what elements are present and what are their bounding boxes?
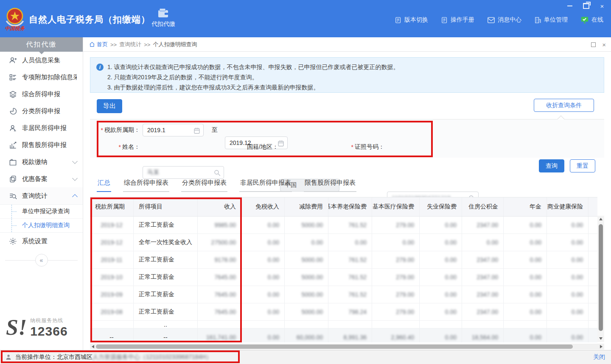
sidebar-item-nonresident-income[interactable]: 非居民所得申报	[0, 119, 83, 136]
sidebar-subitem-personal-withholding-query[interactable]: 个人扣缴明细查询	[0, 219, 83, 232]
breadcrumb-separator: >>	[110, 42, 117, 48]
table-cell: 0.00	[420, 217, 462, 233]
minimize-icon[interactable]	[565, 2, 575, 10]
table-cell: 0.00	[504, 303, 547, 320]
close-link[interactable]: 关闭	[593, 353, 605, 361]
id-label: * 证照号码：	[338, 141, 384, 153]
vertical-scrollbar[interactable]	[597, 216, 604, 342]
sidebar-item-label: 优惠备案	[22, 175, 73, 183]
table-row-clipped[interactable]: ..	[90, 321, 597, 328]
sidebar-item-label: 分类所得申报	[22, 107, 77, 115]
search-icon[interactable]	[213, 169, 221, 177]
tab-classified-income[interactable]: 分类所得申报表	[181, 176, 227, 192]
menu-unit-management[interactable]: 单位管理	[534, 16, 568, 24]
layers-icon	[8, 90, 17, 98]
table-cell: 0.00	[547, 286, 589, 303]
sidebar-subitem-label: 个人扣缴明细查询	[22, 222, 70, 229]
mail-icon	[487, 17, 495, 24]
table-row[interactable]: 2019-11正常工资薪金9178.000.005000.00761.52279…	[90, 251, 597, 269]
window-controls: ×	[565, 2, 607, 10]
toggle-filters-button[interactable]: 收折查询条件	[534, 99, 594, 112]
sidebar-item-tax-payment[interactable]: 税款缴纳	[0, 153, 83, 170]
table-cell: 7645.00	[198, 286, 241, 303]
table-row[interactable]: 2019-09正常工资薪金7645.000.005000.00761.52279…	[90, 286, 597, 303]
close-icon[interactable]: ×	[597, 2, 607, 10]
results-table: 税款所属期 所得项目 收入 免税收入 减除费用 基本养老保险费 基本医疗保险费 …	[90, 197, 604, 343]
breadcrumb-level1[interactable]: 查询统计	[119, 41, 141, 48]
table-cell: 0.00	[504, 251, 547, 268]
period-to-label: 至	[207, 124, 222, 136]
scroll-right-icon[interactable]	[600, 345, 603, 348]
reset-button[interactable]: 重置	[570, 159, 595, 172]
svg-text:中国税务: 中国税务	[5, 25, 25, 31]
table-row[interactable]: 2019-08正常工资薪金7645.000.005000.00798.24279…	[90, 303, 597, 321]
column-header: 免税收入	[241, 197, 285, 216]
table-row[interactable]: 2019-10正常工资薪金7645.000.005000.00761.52279…	[90, 269, 597, 286]
tab-nonresident-income[interactable]: 非居民所得申报表	[239, 176, 292, 192]
sidebar-item-restricted-shares[interactable]: 限售股所得申报	[0, 136, 83, 153]
table-row[interactable]: 2019-12全年一次性奖金收入27500.000.000.000.000.00…	[90, 234, 597, 251]
export-button[interactable]: 导出	[97, 99, 122, 113]
hotline-label: 纳税服务热线	[30, 317, 67, 324]
result-tabs: 汇总 综合所得申报表 分类所得申报表 非居民所得申报表 限售股所得申报表	[97, 176, 356, 192]
name-value: 马某	[147, 169, 159, 176]
column-header: 税款所属期	[90, 197, 134, 216]
table-cell: 5000.00	[285, 286, 328, 303]
horizontal-scrollbar[interactable]	[90, 344, 604, 350]
panel-close-icon[interactable]: ×	[602, 37, 606, 52]
menu-version-switch[interactable]: 版本切换	[395, 16, 428, 24]
sidebar-item-query-statistics[interactable]: 查询统计	[0, 187, 83, 204]
table-cell: 279.00	[372, 286, 420, 303]
person-icon	[8, 124, 17, 132]
search-button[interactable]: 查询	[539, 159, 564, 172]
tab-withholding-module[interactable]: 代扣代缴	[147, 8, 180, 33]
sidebar-item-classified-income[interactable]: 分类所得申报	[0, 103, 83, 119]
table-cell	[589, 321, 597, 328]
tab-comprehensive-income[interactable]: 综合所得申报表	[123, 176, 169, 192]
menu-manual[interactable]: 操作手册	[441, 16, 474, 24]
sidebar-item-system-settings[interactable]: 系统设置	[0, 233, 83, 250]
breadcrumb-home[interactable]: 首页	[89, 41, 108, 48]
menu-message-center[interactable]: 消息中心	[487, 16, 521, 24]
table-cell: 2347.00	[462, 217, 504, 233]
sidebar-item-comprehensive-income[interactable]: 综合所得申报	[0, 86, 83, 103]
table-total-row[interactable]: ----161,741.000.0060,000.008,991.362,960…	[90, 328, 597, 342]
column-header: 收入	[198, 197, 241, 216]
vertical-scroll-thumb[interactable]	[599, 224, 603, 331]
current-unit-label: 当前操作单位：	[15, 353, 57, 361]
scroll-down-icon[interactable]	[599, 337, 603, 340]
scroll-up-icon[interactable]	[599, 218, 603, 220]
sidebar-item-special-deduction[interactable]: 专项附加扣除信息采集	[0, 69, 83, 86]
column-header: 基本医疗保险费	[372, 197, 420, 216]
sidebar-item-personnel-info[interactable]: 人员信息采集	[0, 52, 83, 69]
tab-summary[interactable]: 汇总	[97, 176, 111, 192]
period-from-input[interactable]: 2019.1	[143, 124, 204, 136]
notice-line: 2. 只能查询2019年及之后的数据，不能进行跨年度查询。	[107, 72, 598, 82]
table-row[interactable]: 2019-12正常工资薪金9985.000.005000.00761.52279…	[90, 217, 597, 234]
sidebar-subitem-unit-declaration-query[interactable]: 单位申报记录查询	[0, 205, 83, 219]
table-cell: 0.00	[504, 234, 547, 251]
sidebar-item-preference-filing[interactable]: 优惠备案	[0, 170, 83, 187]
table-cell: 0.00	[372, 234, 420, 251]
table-cell: 0.00	[241, 269, 285, 286]
table-cell	[504, 321, 547, 328]
panel-maximize-icon[interactable]	[591, 37, 596, 52]
app-window: × 中国税务 自然人电子税务局（扣缴端） 代扣代缴 版本切换	[0, 0, 611, 364]
tab-restricted-shares[interactable]: 限售股所得申报表	[304, 176, 356, 192]
sidebar-collapse-row: «	[0, 253, 83, 267]
search-statistics-icon	[8, 192, 17, 200]
horizontal-scroll-thumb[interactable]	[96, 345, 573, 349]
table-cell	[589, 286, 597, 303]
manual-icon	[441, 17, 448, 24]
breadcrumb-bar: 首页 >> 查询统计 >> 个人扣缴明细查询 ×	[83, 37, 611, 52]
calendar-icon[interactable]	[193, 127, 201, 134]
current-unit-text: 当前操作单位： 北京市西城区 人力资源服务中心（1211010233968718…	[15, 353, 212, 361]
menu-online-status[interactable]: 在线	[580, 16, 603, 24]
table-cell: 0.00	[547, 303, 589, 320]
sidebar-collapse-button[interactable]: «	[35, 254, 48, 267]
table-cell: 9178.00	[198, 251, 241, 268]
sidebar-item-label: 综合所得申报	[22, 90, 77, 98]
restore-icon[interactable]	[581, 2, 591, 10]
app-title: 自然人电子税务局（扣缴端）	[29, 14, 150, 25]
scroll-left-icon[interactable]	[92, 345, 94, 348]
